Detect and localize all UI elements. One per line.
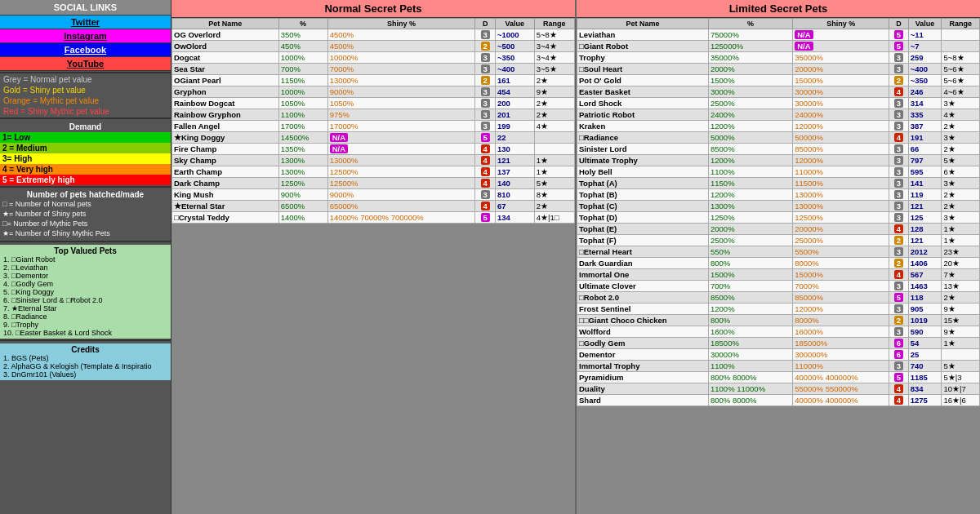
pet-value-cell: 905: [908, 304, 942, 315]
demand-title: Demand: [0, 122, 171, 132]
pet-shiny-cell: 11500%: [793, 178, 889, 189]
pet-name-cell: Tophat (E): [577, 224, 709, 235]
table-row: Wolfford1600%16000%35909★: [577, 326, 980, 338]
pet-demand-cell: 4: [889, 86, 908, 98]
pet-value-cell: 191: [908, 132, 942, 144]
col-name: Pet Name: [172, 19, 279, 29]
pet-value-cell: 134: [495, 212, 534, 224]
pet-pct-cell: 1150%: [278, 75, 327, 86]
pet-name-cell: Tophat (D): [577, 212, 709, 224]
col-range: Range: [534, 19, 574, 29]
col-name-l: Pet Name: [577, 19, 709, 29]
top-pet-7: 7. ★Eternal Star: [3, 304, 167, 312]
pet-pct-cell: 1300%: [709, 201, 793, 212]
pet-value-cell: 1185: [908, 372, 942, 383]
pet-pct-cell: 700%: [709, 281, 793, 292]
pet-value-cell: 454: [495, 86, 534, 98]
facebook-link[interactable]: Facebook: [0, 43, 171, 57]
table-row: Sky Champ1300%13000%41211★: [172, 155, 575, 166]
table-row: Ultimate Clover700%7000%3146313★: [577, 281, 980, 292]
pet-shiny-cell: 5500%: [793, 246, 889, 258]
pet-name-cell: OG Overlord: [172, 29, 279, 41]
pet-name-cell: Tophat (A): [577, 178, 709, 189]
pet-demand-cell: 2: [889, 315, 908, 326]
pet-pct-cell: 1200%: [709, 155, 793, 166]
pet-range-cell: 5★|3: [942, 372, 980, 383]
pet-shiny-cell: 15000%: [793, 75, 889, 86]
pet-pct-cell: 1350%: [278, 144, 327, 155]
pet-range-cell: 2★: [534, 98, 574, 109]
normal-pet-table: Pet Name % Shiny % D Value Range OG Over…: [172, 18, 575, 224]
tables-row: Normal Secret Pets Pet Name % Shiny % D …: [172, 0, 980, 514]
pet-demand-cell: 5: [889, 292, 908, 304]
table-row: □Robot 2.08500%85000%51182★: [577, 292, 980, 304]
pet-pct-cell: 800% 8000%: [709, 395, 793, 406]
pet-pct-cell: 1250%: [278, 178, 327, 189]
pet-shiny-cell: 7000%: [793, 281, 889, 292]
credits-title: Credits: [3, 345, 167, 354]
col-demand-l: D: [889, 19, 908, 29]
pet-demand-cell: 3: [889, 304, 908, 315]
pet-demand-cell: 4: [475, 178, 496, 189]
pet-demand-cell: 3: [889, 361, 908, 372]
pet-pct-cell: 2500%: [709, 98, 793, 109]
pet-pct-cell: 6500%: [278, 201, 327, 212]
pet-shiny-cell: 12500%: [793, 212, 889, 224]
twitter-link[interactable]: Twitter: [0, 16, 171, 29]
pet-name-cell: □□Giant Choco Chicken: [577, 315, 709, 326]
pet-demand-cell: 4: [475, 166, 496, 178]
pet-range-cell: [942, 41, 980, 52]
col-value-l: Value: [908, 19, 942, 29]
pet-value-cell: 141: [908, 178, 942, 189]
pet-demand-cell: 3: [889, 201, 908, 212]
pet-demand-cell: 2: [475, 75, 496, 86]
pet-shiny-cell: 12000%: [793, 304, 889, 315]
pet-value-cell: 118: [908, 292, 942, 304]
table-row: King Mush900%9000%38108★: [172, 189, 575, 201]
pet-value-cell: 66: [908, 144, 942, 155]
credits-section: Credits 1. BGS (Pets) 2. AlphaGG & Kelog…: [0, 343, 171, 380]
pet-range-cell: 6★: [942, 166, 980, 178]
divider-2: [0, 117, 171, 119]
pet-demand-cell: 3: [889, 121, 908, 132]
pet-range-cell: 10★|7: [942, 383, 980, 395]
pet-pct-cell: 1500%: [709, 269, 793, 281]
pet-demand-cell: 2: [889, 235, 908, 246]
pet-value-cell: 161: [495, 75, 534, 86]
top-pets-title: Top Valued Pets: [3, 246, 167, 255]
pet-value-cell: 121: [495, 155, 534, 166]
pet-name-cell: Earth Champ: [172, 166, 279, 178]
pet-range-cell: 5~6★: [942, 75, 980, 86]
pet-shiny-cell: 30000%: [793, 98, 889, 109]
instagram-link[interactable]: Instagram: [0, 29, 171, 43]
youtube-link[interactable]: YouTube: [0, 57, 171, 71]
credit-2: 2. AlphaGG & Kelogish (Template & Inspir…: [3, 362, 167, 370]
pet-value-cell: 130: [495, 144, 534, 155]
demand-high: 3= High: [0, 153, 171, 164]
pet-pct-cell: 350%: [278, 29, 327, 41]
pet-shiny-cell: 16000%: [793, 326, 889, 338]
pet-range-cell: 1★: [942, 338, 980, 349]
pet-name-cell: OwOlord: [172, 41, 279, 52]
credit-3: 3. DnGmr101 (Values): [3, 370, 167, 379]
pet-range-cell: 5~8★: [942, 52, 980, 64]
pet-name-cell: Sea Star: [172, 64, 279, 75]
pet-pct-cell: 800%: [709, 258, 793, 269]
pet-name-cell: Pyramidium: [577, 372, 709, 383]
pet-demand-cell: 5: [889, 372, 908, 383]
divider-5: [0, 339, 171, 341]
pet-pct-cell: 1000%: [278, 52, 327, 64]
pet-range-cell: 2★: [942, 121, 980, 132]
pet-name-cell: Wolfford: [577, 326, 709, 338]
table-row: Shard800% 8000%40000% 400000%4127516★|6: [577, 395, 980, 406]
pet-shiny-cell: N/A: [327, 132, 475, 144]
pet-value-cell: ~11: [908, 29, 942, 41]
table-row: Immortal One1500%15000%45677★: [577, 269, 980, 281]
pet-pct-cell: 1200%: [709, 121, 793, 132]
pet-value-cell: 137: [495, 166, 534, 178]
pet-pct-cell: 2400%: [709, 109, 793, 121]
pet-shiny-cell: 300000%: [793, 349, 889, 361]
pet-shiny-cell: 9000%: [327, 189, 475, 201]
pet-value-cell: 22: [495, 132, 534, 144]
pet-value-cell: 1463: [908, 281, 942, 292]
